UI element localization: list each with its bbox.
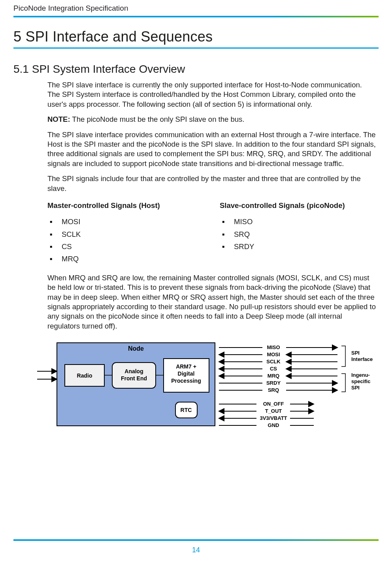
bracket-ing-l3: SPI bbox=[351, 385, 360, 391]
note-paragraph: NOTE: The picoNode must be the only SPI … bbox=[47, 115, 376, 124]
column-head-slave: Slave-controlled Signals (picoNode) bbox=[220, 201, 376, 210]
signal-sclk: SCLK bbox=[266, 359, 281, 365]
signal-columns: Master-controlled Signals (Host) MOSI SC… bbox=[47, 201, 376, 265]
bracket-ing-l1: Ingenu- bbox=[351, 372, 370, 378]
arm-line1: ARM7 + bbox=[176, 363, 196, 370]
list-item: SRQ bbox=[220, 228, 376, 240]
page-number: 14 bbox=[0, 546, 392, 554]
signal-mosi: MOSI bbox=[267, 351, 280, 357]
list-item: SCLK bbox=[47, 228, 204, 240]
header-rule bbox=[13, 16, 379, 17]
note-label: NOTE: bbox=[47, 115, 70, 123]
signal-srq: SRQ bbox=[268, 387, 279, 393]
signal-cs: CS bbox=[270, 366, 277, 372]
paragraph: The SPI slave interface provides communi… bbox=[47, 130, 376, 169]
heading-1-underline bbox=[13, 47, 379, 49]
paragraph: The SPI slave interface is currently the… bbox=[47, 80, 376, 109]
slave-signal-list: MISO SRQ SRDY bbox=[220, 215, 376, 253]
list-item: MISO bbox=[220, 215, 376, 228]
radio-block: Radio bbox=[77, 372, 92, 379]
signal-tout: T_OUT bbox=[265, 408, 282, 414]
list-item: CS bbox=[47, 240, 204, 253]
heading-1: 5 SPI Interface and Sequences bbox=[13, 28, 379, 45]
bracket-spi-l2: Interface bbox=[351, 356, 373, 362]
signal-gnd: GND bbox=[268, 422, 279, 428]
signal-srdy: SRDY bbox=[266, 380, 281, 386]
paragraph: The SPI signals include four that are co… bbox=[47, 174, 376, 193]
signal-miso: MISO bbox=[267, 344, 280, 350]
afe-line2: Front End bbox=[121, 375, 147, 382]
rtc-block: RTC bbox=[181, 407, 192, 413]
paragraph: When MRQ and SRQ are low, the remaining … bbox=[47, 273, 376, 331]
signal-onoff: ON_OFF bbox=[263, 401, 284, 407]
note-body: The picoNode must be the only SPI slave … bbox=[70, 115, 245, 123]
arm-line3: Processing bbox=[171, 378, 201, 384]
list-item: SRDY bbox=[220, 240, 376, 253]
bracket-spi-l1: SPI bbox=[351, 350, 360, 356]
column-head-master: Master-controlled Signals (Host) bbox=[47, 201, 204, 210]
list-item: MOSI bbox=[47, 215, 204, 228]
arm-line2: Digital bbox=[178, 370, 195, 377]
list-item: MRQ bbox=[47, 253, 204, 265]
running-header: PicoNode Integration Specification bbox=[13, 0, 379, 16]
footer-rule bbox=[13, 539, 379, 541]
bracket-ing-l2: specific bbox=[351, 378, 370, 384]
block-diagram: Node Radio Analog Front End ARM7 + Digit… bbox=[37, 339, 379, 439]
master-signal-list: MOSI SCLK CS MRQ bbox=[47, 215, 204, 265]
afe-line1: Analog bbox=[124, 368, 143, 374]
node-label: Node bbox=[128, 345, 144, 352]
heading-2: 5.1 SPI System Interface Overview bbox=[13, 63, 379, 76]
signal-3v3: 3V3/VBATT bbox=[260, 415, 287, 421]
signal-mrq: MRQ bbox=[268, 373, 279, 379]
